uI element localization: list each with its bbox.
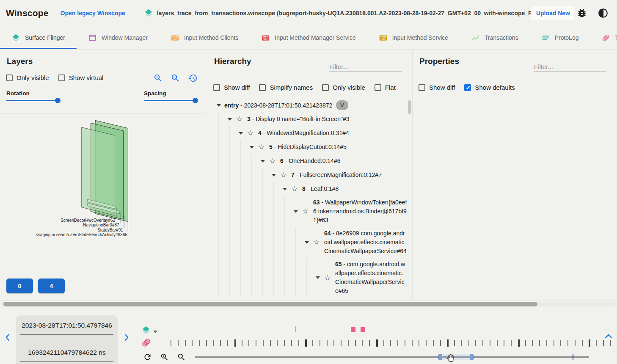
timeline-zoom-out-icon[interactable]: [177, 353, 186, 361]
display-button-0[interactable]: 0: [6, 279, 33, 293]
zoom-out-icon[interactable]: [171, 73, 180, 83]
checkbox-show-virtual[interactable]: Show virtual: [58, 74, 104, 81]
checkbox-box[interactable]: [419, 84, 425, 91]
timeline-tick: [192, 340, 193, 346]
timeline-tick: [206, 340, 207, 346]
zoom-in-icon[interactable]: [153, 73, 163, 83]
tab-surface-flinger[interactable]: Surface Flinger: [0, 26, 77, 49]
open-legacy-link[interactable]: Open legacy Winscope: [61, 10, 125, 17]
tree-node-64[interactable]: ☆64 - 8e26909 com.google.android.wallpap…: [207, 227, 410, 258]
tree-node-label: 5 - HideDisplayCutout:0:14#5: [269, 143, 407, 152]
timeline-tick: [475, 340, 476, 346]
tree-node-65[interactable]: ☆65 - com.google.android.wallpaper.effec…: [207, 258, 410, 298]
range-handle-right[interactable]: [470, 354, 474, 360]
tab-transitions[interactable]: Transitions: [590, 26, 617, 49]
timeline-range-line[interactable]: [195, 356, 589, 358]
indent-guide: [229, 196, 230, 227]
transitions-trace-icon[interactable]: [141, 337, 151, 348]
collapse-caret-icon[interactable]: [246, 146, 257, 149]
indent-guide: [240, 227, 241, 258]
rects-view[interactable]: ScreenDecorHwcOverlay#62 NavigationBar0#…: [0, 113, 207, 258]
checkbox-box[interactable]: [322, 84, 329, 91]
checkbox-box[interactable]: [375, 84, 381, 91]
hierarchy-scrollbar[interactable]: [408, 100, 411, 114]
tree-node-entry[interactable]: entry - 2023-08-28T17:01:50.421423872V: [207, 98, 410, 112]
pin-star-icon[interactable]: ☆: [323, 273, 335, 282]
reset-view-icon[interactable]: [188, 73, 198, 83]
collapse-caret-icon[interactable]: [290, 210, 301, 213]
refresh-icon[interactable]: [143, 353, 152, 361]
next-entry-button[interactable]: [123, 333, 130, 342]
pin-star-icon[interactable]: ☆: [279, 171, 291, 179]
checkbox-only-visible[interactable]: Only visible: [322, 84, 365, 91]
transition-event-marker[interactable]: [361, 327, 365, 332]
tab-window-manager[interactable]: Window Manager: [77, 26, 159, 49]
bug-report-icon[interactable]: [576, 8, 587, 19]
hierarchy-filter-input[interactable]: [329, 62, 402, 72]
trace-selector-caret-icon[interactable]: [153, 331, 157, 333]
collapse-caret-icon[interactable]: [213, 104, 224, 107]
tree-node-63[interactable]: ☆63 - WallpaperWindowToken{fa0eef6 token…: [207, 196, 410, 227]
tab-transactions[interactable]: Transactions: [460, 26, 530, 49]
rotation-slider-thumb[interactable]: [55, 98, 61, 103]
pin-star-icon[interactable]: ☆: [268, 157, 280, 165]
collapse-caret-icon[interactable]: [235, 132, 246, 135]
checkbox-show-defaults[interactable]: Show defaults: [464, 84, 515, 91]
horizontal-scrollbar-track[interactable]: [2, 302, 615, 306]
pin-star-icon[interactable]: ☆: [301, 207, 313, 216]
pin-star-icon[interactable]: ☆: [290, 185, 302, 193]
checkbox-show-diff[interactable]: Show diff: [213, 84, 250, 91]
timeline-zoom-in-icon[interactable]: [160, 353, 169, 361]
spacing-slider[interactable]: [144, 100, 196, 101]
tree-node-5[interactable]: ☆5 - HideDisplayCutout:0:14#5: [207, 140, 410, 154]
checkbox-show-diff[interactable]: Show diff: [419, 84, 455, 91]
tab-input-method-manager-service[interactable]: Input Method Manager Service: [250, 26, 367, 49]
tree-node-3[interactable]: ☆3 - Display 0 name="Built-in Screen"#3: [207, 112, 410, 126]
collapse-caret-icon[interactable]: [279, 188, 290, 190]
checkbox-flat[interactable]: Flat: [375, 84, 396, 91]
checkbox-simplify-names[interactable]: Simplify names: [259, 84, 313, 91]
dark-mode-toggle-icon[interactable]: [598, 8, 609, 19]
checkbox-box[interactable]: [259, 84, 266, 91]
current-time-ns-field[interactable]: 1693242110479784622 ns: [20, 343, 113, 362]
transition-event-marker[interactable]: [351, 327, 355, 332]
tab-input-method-service[interactable]: Input Method Service: [367, 26, 460, 49]
checkbox-box[interactable]: [58, 74, 65, 81]
collapse-caret-icon[interactable]: [257, 160, 268, 163]
properties-filter-input[interactable]: [534, 62, 606, 72]
collapse-caret-icon[interactable]: [268, 174, 279, 176]
transition-event-marker[interactable]: [295, 326, 296, 332]
upload-new-button[interactable]: Upload New: [531, 6, 576, 20]
pin-star-icon[interactable]: ☆: [257, 143, 269, 152]
timeline-tick: [234, 339, 236, 347]
prev-entry-button[interactable]: [4, 333, 11, 342]
timeline-selected-range[interactable]: [440, 354, 471, 360]
horizontal-scrollbar-thumb[interactable]: [3, 302, 537, 306]
pin-star-icon[interactable]: ☆: [312, 238, 324, 247]
tree-node-7[interactable]: ☆7 - FullscreenMagnification:0:12#7: [207, 168, 410, 182]
tab-input-method-clients[interactable]: Input Method Clients: [159, 26, 250, 49]
collapse-caret-icon[interactable]: [301, 241, 312, 244]
trace-tabbar: Surface FlingerWindow ManagerInput Metho…: [0, 26, 617, 50]
surface-flinger-trace-icon[interactable]: [141, 325, 151, 335]
tree-node-8[interactable]: ☆8 - Leaf:0:1#8: [207, 182, 410, 196]
pin-star-icon[interactable]: ☆: [235, 115, 247, 124]
current-time-field[interactable]: 2023-08-28T17:01:50.4797846: [20, 316, 113, 335]
collapse-caret-icon[interactable]: [312, 276, 323, 279]
pin-star-icon[interactable]: ☆: [246, 129, 258, 138]
spacing-slider-thumb[interactable]: [193, 98, 198, 103]
checkbox-box[interactable]: [464, 84, 471, 91]
checkbox-only-visible[interactable]: Only visible: [6, 74, 49, 81]
tree-node-6[interactable]: ☆6 - OneHanded:0:14#6: [207, 154, 410, 168]
display-button-4[interactable]: 4: [38, 279, 65, 293]
collapse-timeline-button[interactable]: [604, 333, 613, 339]
timeline-tick: [355, 340, 356, 346]
range-handle-left[interactable]: [438, 354, 442, 360]
collapse-caret-icon[interactable]: [224, 118, 235, 121]
rotation-slider[interactable]: [6, 100, 58, 101]
tab-protolog[interactable]: ProtoLog: [530, 26, 590, 49]
checkbox-box[interactable]: [213, 84, 220, 91]
tree-node-4[interactable]: ☆4 - WindowedMagnification:0:31#4: [207, 126, 410, 140]
timeline-tick: [320, 340, 320, 346]
checkbox-box[interactable]: [6, 74, 13, 81]
